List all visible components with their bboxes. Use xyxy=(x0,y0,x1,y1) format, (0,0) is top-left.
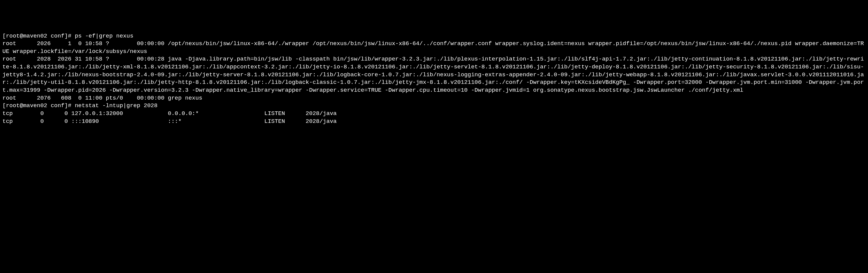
prompt-line-2: [root@maven02 conf]# netstat -lntup|grep… xyxy=(2,102,157,109)
process-output-2: root 2028 2026 31 10:58 ? 00:00:28 java … xyxy=(2,56,864,93)
shell-prompt: [root@maven02 conf]# xyxy=(2,102,75,109)
process-output-1: root 2026 1 0 10:58 ? 00:00:00 /opt/nexu… xyxy=(2,40,864,55)
command-text: ps -ef|grep nexus xyxy=(75,33,133,39)
terminal-output[interactable]: [root@maven02 conf]# ps -ef|grep nexus r… xyxy=(2,32,866,126)
netstat-output-1: tcp 0 0 127.0.0.1:32000 0.0.0.0:* LISTEN… xyxy=(2,110,337,117)
command-text: netstat -lntup|grep 2028 xyxy=(75,102,157,109)
netstat-output-2: tcp 0 0 :::10890 :::* LISTEN 2028/java xyxy=(2,118,337,125)
shell-prompt: [root@maven02 conf]# xyxy=(2,33,75,39)
process-output-3: root 2076 608 0 11:00 pts/0 00:00:00 gre… xyxy=(2,95,202,101)
prompt-line-1: [root@maven02 conf]# ps -ef|grep nexus xyxy=(2,33,133,39)
